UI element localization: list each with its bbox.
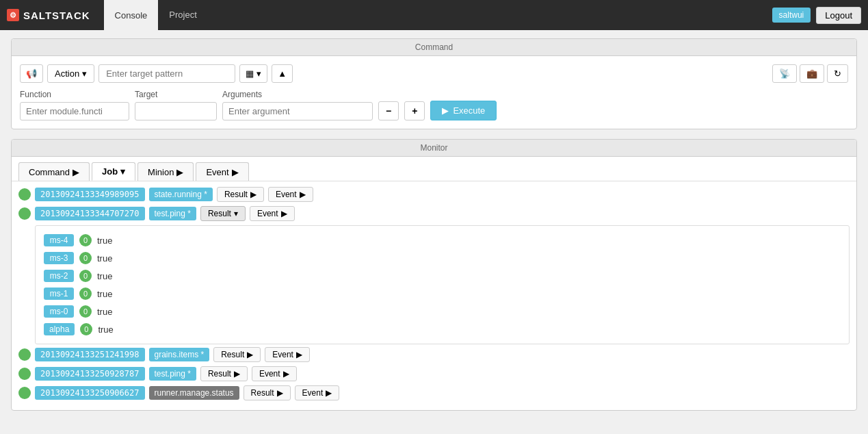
- list-item: ms-0 0 true: [44, 303, 841, 320]
- count-badge-ms4: 0: [79, 234, 92, 246]
- count-badge-ms3: 0: [79, 252, 92, 264]
- event-arrow-icon-3: ▶: [296, 350, 302, 359]
- event-label-1: Event: [276, 190, 297, 199]
- minion-tag-alpha: alpha: [44, 323, 75, 335]
- refresh-button[interactable]: ↻: [827, 64, 848, 83]
- refresh-icon: ↻: [834, 68, 841, 79]
- topnav-right: saltwui Logout: [772, 7, 861, 24]
- event-label-5: Event: [302, 388, 324, 398]
- tab-minion-label: Minion: [148, 167, 174, 177]
- logo-icon: ⚙: [7, 9, 19, 21]
- func-tag-3: grains.items *: [149, 348, 210, 361]
- target-pattern-input[interactable]: [98, 64, 235, 83]
- minion-value-ms1: true: [97, 289, 112, 299]
- result-button-4[interactable]: Result ▶: [200, 366, 248, 381]
- minion-tag-ms2: ms-2: [44, 270, 74, 282]
- execute-label: Execute: [453, 105, 485, 116]
- function-label: Function: [20, 90, 129, 99]
- megaphone-button[interactable]: 📢: [20, 64, 43, 83]
- list-item: ms-2 0 true: [44, 267, 841, 285]
- minion-value-alpha: true: [98, 324, 113, 335]
- logo-text: SALTSTACK: [23, 10, 90, 21]
- result-button-2[interactable]: Result ▾: [200, 206, 246, 221]
- nav-tab-console[interactable]: Console: [104, 0, 159, 30]
- command-panel-header: Command: [12, 39, 856, 56]
- job-id-4[interactable]: 20130924133250928787: [35, 367, 145, 381]
- result-arrow-icon-3: ▶: [247, 350, 253, 359]
- job-id-5[interactable]: 20130924133250906627: [35, 386, 145, 400]
- user-badge: saltwui: [772, 8, 811, 23]
- result-button-3[interactable]: Result ▶: [213, 347, 261, 362]
- result-label-4: Result: [208, 369, 231, 379]
- logo: ⚙ SALTSTACK: [7, 9, 90, 21]
- table-row: 20130924133250906627 runner.manage.statu…: [18, 385, 850, 400]
- tab-job-arrow-icon: ▾: [120, 166, 125, 177]
- event-label-2: Event: [257, 209, 278, 218]
- execute-button[interactable]: ▶ Execute: [430, 101, 497, 120]
- event-arrow-icon-4: ▶: [283, 369, 289, 379]
- target-input[interactable]: *: [135, 102, 217, 120]
- result-label-5: Result: [251, 388, 274, 398]
- argument-input[interactable]: [222, 102, 373, 120]
- minion-value-ms0: true: [97, 307, 112, 317]
- feed-button[interactable]: 📡: [772, 64, 797, 83]
- nav-tab-project[interactable]: Project: [158, 0, 207, 30]
- result-button-1[interactable]: Result ▶: [217, 187, 264, 202]
- right-icons: 📡 💼 ↻: [772, 64, 848, 83]
- minion-tag-ms0: ms-0: [44, 305, 74, 318]
- tab-minion[interactable]: Minion ▶: [137, 162, 194, 181]
- job-list: 20130924133349989095 state.running * Res…: [12, 181, 856, 410]
- tab-job[interactable]: Job ▾: [92, 162, 135, 181]
- minion-value-ms4: true: [97, 235, 112, 246]
- status-dot-5: [18, 387, 31, 399]
- func-tag-4: test.ping *: [149, 367, 196, 381]
- logout-button[interactable]: Logout: [816, 7, 861, 24]
- monitor-panel: Monitor Command ▶ Job ▾ Minion ▶ Event ▶: [11, 139, 857, 411]
- result-button-5[interactable]: Result ▶: [244, 385, 291, 400]
- tab-command[interactable]: Command ▶: [18, 162, 90, 181]
- add-arg-button[interactable]: +: [404, 101, 425, 120]
- tab-event-arrow-icon: ▶: [232, 167, 239, 177]
- event-button-4[interactable]: Event ▶: [252, 366, 297, 381]
- event-button-3[interactable]: Event ▶: [265, 347, 310, 362]
- count-badge-ms2: 0: [79, 270, 92, 282]
- event-arrow-icon-2: ▶: [281, 209, 287, 218]
- result-label-1: Result: [224, 190, 248, 199]
- briefcase-button[interactable]: 💼: [800, 64, 824, 83]
- job-id-2[interactable]: 20130924133344707270: [35, 207, 145, 220]
- target-label: Target: [135, 90, 217, 99]
- grid-button[interactable]: ▦ ▾: [239, 64, 267, 83]
- result-arrow-icon-1: ▶: [250, 190, 257, 199]
- tab-job-label: Job: [102, 166, 118, 177]
- event-arrow-icon-1: ▶: [300, 190, 306, 199]
- table-row: 20130924133349989095 state.running * Res…: [18, 187, 850, 202]
- table-row: 20130924133344707270 test.ping * Result …: [18, 206, 850, 221]
- monitor-panel-header: Monitor: [12, 140, 856, 157]
- tab-event[interactable]: Event ▶: [196, 162, 248, 181]
- result-label-2: Result: [208, 209, 231, 218]
- collapse-button[interactable]: ▲: [272, 64, 293, 83]
- event-button-1[interactable]: Event ▶: [268, 187, 313, 202]
- tab-minion-arrow-icon: ▶: [176, 167, 183, 177]
- event-button-5[interactable]: Event ▶: [295, 385, 340, 400]
- minion-tag-ms1: ms-1: [44, 288, 74, 300]
- job-id-1[interactable]: 20130924133349989095: [35, 188, 145, 201]
- job-id-3[interactable]: 20130924133251241998: [35, 348, 145, 361]
- result-arrow-icon-5: ▶: [277, 388, 283, 398]
- function-input[interactable]: [20, 102, 129, 120]
- command-panel: Command 📢 Action ▾ ▦ ▾ ▲: [11, 38, 857, 129]
- grid-caret-icon: ▾: [257, 68, 261, 79]
- table-row: 20130924133250928787 test.ping * Result …: [18, 366, 850, 381]
- event-label-3: Event: [272, 350, 293, 359]
- action-dropdown[interactable]: Action ▾: [47, 64, 94, 83]
- status-dot-2: [18, 207, 31, 220]
- event-button-2[interactable]: Event ▶: [250, 206, 295, 221]
- command-form-row: Function Target * Arguments − + ▶ Execut…: [20, 90, 848, 120]
- chevron-up-icon: ▲: [278, 68, 287, 79]
- remove-arg-button[interactable]: −: [378, 101, 399, 120]
- list-item: ms-1 0 true: [44, 285, 841, 303]
- func-tag-5: runner.manage.status: [149, 386, 239, 400]
- arguments-group: Arguments: [222, 90, 373, 120]
- feed-icon: 📡: [779, 68, 790, 79]
- result-arrow-icon-2: ▾: [234, 209, 238, 218]
